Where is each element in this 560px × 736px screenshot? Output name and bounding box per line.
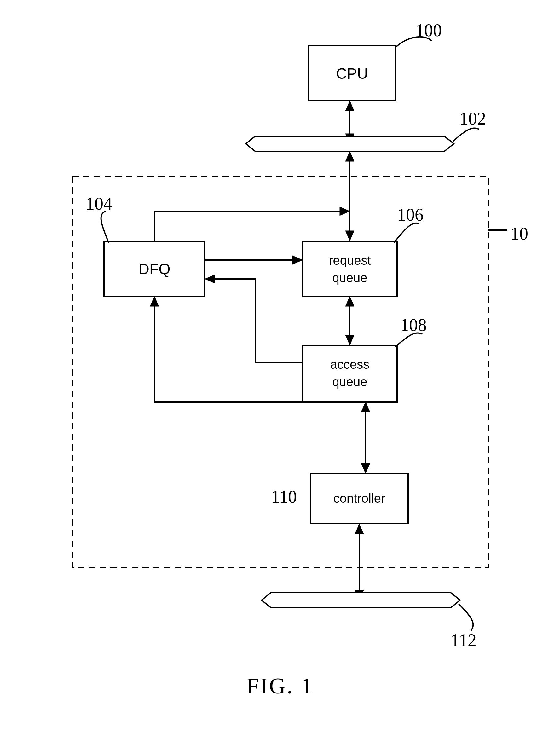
ctrl-label: controller: [333, 491, 385, 505]
dfq-to-bus-arrow: [154, 207, 350, 241]
dfq-leader: [101, 211, 109, 243]
diagram-root: CPU 100 102 10 DFQ 104 request queue 106: [0, 0, 560, 736]
bottom-bus-leader: [459, 604, 473, 630]
svg-marker-8: [292, 256, 303, 264]
rq-ref: 106: [397, 205, 424, 224]
cpu-label: CPU: [336, 65, 368, 82]
rq-block: [303, 241, 397, 296]
svg-marker-18: [355, 524, 364, 534]
bottom-bus: [262, 593, 460, 608]
aq-leader: [395, 333, 422, 347]
rq-line1: request: [329, 253, 371, 267]
svg-marker-15: [361, 402, 370, 412]
svg-marker-10: [150, 296, 159, 306]
container-box: [72, 177, 488, 567]
svg-marker-1: [345, 101, 354, 111]
svg-marker-9: [205, 275, 215, 283]
aq-block: [303, 345, 397, 402]
ctrl-ref: 110: [271, 487, 297, 507]
rq-leader: [394, 223, 419, 243]
dfq-ref: 104: [86, 194, 112, 213]
bottom-bus-ref: 112: [451, 630, 476, 650]
figure-caption: FIG. 1: [246, 673, 313, 698]
aq-line1: access: [330, 357, 370, 371]
ctrl-to-bus-arrow: [355, 524, 364, 600]
top-bus-ref: 102: [459, 109, 486, 128]
aq-line2: queue: [332, 375, 367, 389]
dfq-label: DFQ: [138, 261, 170, 277]
svg-marker-12: [345, 296, 354, 306]
dfq-to-rq-arrow: [205, 256, 303, 264]
container-ref: 10: [511, 224, 528, 243]
svg-marker-4: [345, 151, 354, 161]
svg-marker-16: [361, 463, 370, 473]
rq-to-aq-arrow: [345, 296, 354, 345]
aq-to-ctrl-arrow: [361, 402, 370, 473]
top-bus-leader: [453, 128, 479, 141]
aq-back-to-dfq-arrow: [205, 275, 303, 362]
top-bus: [246, 136, 454, 151]
svg-marker-13: [345, 335, 354, 345]
bus-to-container-arrow: [345, 151, 354, 241]
svg-marker-6: [340, 207, 350, 216]
cpu-ref: 100: [415, 20, 442, 40]
aq-ref: 108: [400, 315, 427, 335]
svg-marker-5: [345, 231, 354, 241]
rq-line2: queue: [332, 271, 367, 285]
